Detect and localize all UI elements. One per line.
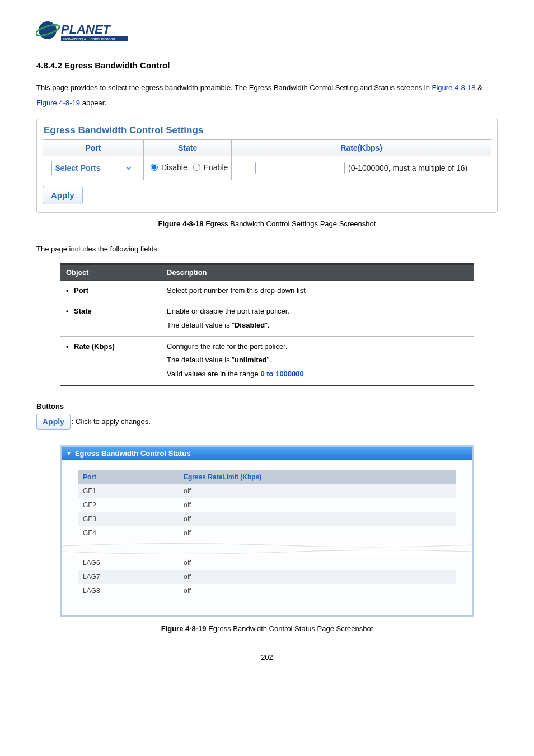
obj-row: •Port Select port number from this drop-… xyxy=(60,280,474,301)
status-row: GE1off xyxy=(78,484,456,498)
status-port: GE2 xyxy=(78,498,179,512)
status-rate: off xyxy=(179,584,456,598)
section-heading: 4.8.4.2 Egress Bandwidth Control xyxy=(36,60,498,70)
obj-name: Port xyxy=(74,286,88,295)
settings-header-state: State xyxy=(144,139,232,156)
settings-table: Port State Rate(Kbps) Select Ports Disab… xyxy=(43,139,491,180)
state-label-enable: Enable xyxy=(204,163,228,172)
table-tear-gap xyxy=(62,542,472,556)
status-table-bottom: LAG6off LAG7off LAG8off xyxy=(78,556,456,598)
figure-2-caption: Figure 4-8-19 Egress Bandwidth Control S… xyxy=(36,624,498,633)
object-description-table: Object Description •Port Select port num… xyxy=(60,263,474,386)
intro-paragraph: This page provides to select the egress … xyxy=(36,80,498,111)
status-panel-title: Egress Bandwidth Control Status xyxy=(75,449,191,458)
settings-header-rate: Rate(Kbps) xyxy=(232,139,491,156)
intro-text-pre: This page provides to select the egress … xyxy=(36,83,432,92)
status-port: GE1 xyxy=(78,484,179,498)
status-port: LAG7 xyxy=(78,570,179,584)
buttons-heading: Buttons xyxy=(36,402,498,410)
status-rate: off xyxy=(179,498,456,512)
state-label-disable: Disable xyxy=(161,163,188,172)
status-rate: off xyxy=(179,512,456,526)
obj-name: State xyxy=(74,307,92,315)
status-port: LAG8 xyxy=(78,584,179,598)
rate-hint: (0-1000000, must a multiple of 16) xyxy=(348,164,467,172)
status-rate: off xyxy=(179,484,456,498)
svg-text:Networking & Communication: Networking & Communication xyxy=(63,37,115,41)
status-table-top: Port Egress RateLimit (Kbps) GE1off GE2o… xyxy=(78,470,456,540)
figure-2-number: Figure 4-8-19 xyxy=(161,624,207,633)
fields-intro: The page includes the following fields: xyxy=(36,245,498,253)
settings-panel-title: Egress Bandwidth Control Settings xyxy=(44,125,491,136)
intro-text-post: appear. xyxy=(82,99,106,107)
status-port: GE3 xyxy=(78,512,179,526)
settings-panel: Egress Bandwidth Control Settings Port S… xyxy=(36,119,498,213)
chevron-down-icon xyxy=(126,165,132,171)
status-panel-header[interactable]: ▼ Egress Bandwidth Control Status xyxy=(62,447,472,460)
figure-1-text: Egress Bandwidth Control Settings Page S… xyxy=(205,220,376,228)
status-rate: off xyxy=(179,556,456,570)
state-radio-disable[interactable] xyxy=(151,164,158,171)
settings-header-port: Port xyxy=(43,139,144,156)
figure-link-1[interactable]: Figure 4-8-18 xyxy=(432,83,476,92)
status-row: GE2off xyxy=(78,498,456,512)
status-row: LAG7off xyxy=(78,570,456,584)
port-select-label: Select Ports xyxy=(55,164,101,172)
figure-link-2[interactable]: Figure 4-8-19 xyxy=(36,99,80,107)
obj-desc: Enable or disable the port rate policer.… xyxy=(161,301,474,336)
figure-2-text: Egress Bandwidth Control Status Page Scr… xyxy=(208,624,373,633)
status-row: GE3off xyxy=(78,512,456,526)
status-panel: ▼ Egress Bandwidth Control Status Port E… xyxy=(60,445,474,617)
apply-button-sample[interactable]: Apply xyxy=(36,414,71,430)
state-radio-enable[interactable] xyxy=(193,164,200,171)
status-header-rate: Egress RateLimit (Kbps) xyxy=(179,470,456,484)
obj-name: Rate (Kbps) xyxy=(74,342,115,351)
port-select-dropdown[interactable]: Select Ports xyxy=(51,161,135,175)
obj-header-description: Description xyxy=(161,264,474,280)
svg-text:PLANET: PLANET xyxy=(61,22,111,36)
obj-row: •State Enable or disable the port rate p… xyxy=(60,301,474,336)
figure-1-number: Figure 4-8-18 xyxy=(158,220,204,228)
obj-row: •Rate (Kbps) Configure the rate for the … xyxy=(60,336,474,385)
obj-header-object: Object xyxy=(60,264,161,280)
status-row: LAG8off xyxy=(78,584,456,598)
status-port: GE4 xyxy=(78,526,179,540)
figure-1-caption: Figure 4-8-18 Egress Bandwidth Control S… xyxy=(36,220,498,228)
svg-point-0 xyxy=(39,21,57,39)
apply-button[interactable]: Apply xyxy=(43,186,83,204)
status-row: GE4off xyxy=(78,526,456,540)
status-row: LAG6off xyxy=(78,556,456,570)
status-port: LAG6 xyxy=(78,556,179,570)
page-number: 202 xyxy=(36,653,498,661)
obj-desc: Configure the rate for the port policer.… xyxy=(161,336,474,385)
apply-button-desc: : Click to apply changes. xyxy=(72,417,151,426)
rate-input[interactable] xyxy=(255,162,345,174)
status-rate: off xyxy=(179,570,456,584)
chevron-down-icon: ▼ xyxy=(66,450,72,456)
buttons-description-row: Apply : Click to apply changes. xyxy=(36,414,498,430)
intro-amp: & xyxy=(477,83,483,92)
brand-logo: PLANET Networking & Communication xyxy=(36,17,498,49)
status-header-port: Port xyxy=(78,470,179,484)
status-rate: off xyxy=(179,526,456,540)
planet-logo-icon: PLANET Networking & Communication xyxy=(36,17,132,49)
obj-desc: Select port number from this drop-down l… xyxy=(161,280,474,301)
